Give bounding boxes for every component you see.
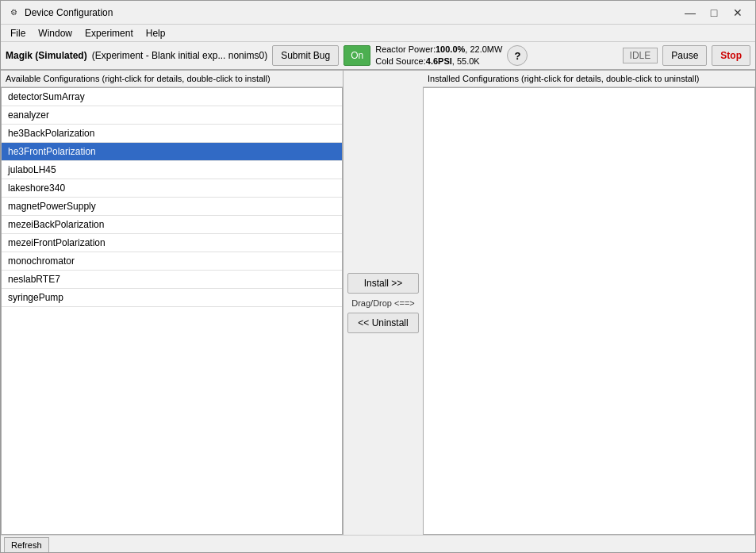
on-button[interactable]: On xyxy=(343,45,370,66)
menu-experiment[interactable]: Experiment xyxy=(79,26,140,40)
uninstall-button[interactable]: << Uninstall xyxy=(347,313,419,333)
list-item[interactable]: neslabRTE7 xyxy=(2,271,342,289)
list-item[interactable]: eanalyzer xyxy=(2,106,342,125)
menu-help[interactable]: Help xyxy=(140,26,172,40)
help-button[interactable]: ? xyxy=(507,45,528,66)
pause-button[interactable]: Pause xyxy=(662,45,707,66)
list-item[interactable]: lakeshore340 xyxy=(2,179,342,198)
app-icon: ⚙ xyxy=(7,6,20,19)
list-item[interactable]: mezeiBackPolarization xyxy=(2,216,342,234)
menu-window[interactable]: Window xyxy=(32,26,79,40)
drag-drop-label: Drag/Drop <==> xyxy=(351,298,415,308)
submit-bug-button[interactable]: Submit Bug xyxy=(272,45,339,66)
menu-file[interactable]: File xyxy=(4,26,32,40)
available-config-list[interactable]: detectorSumArray eanalyzer he3BackPolari… xyxy=(1,87,343,535)
installed-configs-header: Installed Configurations (right-click fo… xyxy=(423,71,755,87)
list-item[interactable]: mezeiFrontPolarization xyxy=(2,234,342,252)
maximize-button[interactable]: □ xyxy=(703,4,725,21)
installed-config-list[interactable] xyxy=(423,87,755,535)
content-area: Available Configurations (right-click fo… xyxy=(1,71,755,535)
reactor-info: Reactor Power:100.0%, 22.0MW Cold Source… xyxy=(375,44,502,68)
list-item[interactable]: he3BackPolarization xyxy=(2,125,342,143)
list-item[interactable]: julaboLH45 xyxy=(2,161,342,179)
status-bar: Refresh xyxy=(1,535,755,553)
right-panel: Installed Configurations (right-click fo… xyxy=(423,71,755,535)
title-bar: ⚙ Device Configuration — □ ✕ xyxy=(1,1,755,25)
list-item[interactable]: magnetPowerSupply xyxy=(2,198,342,216)
toolbar: Magik (Simulated) (Experiment - Blank in… xyxy=(1,42,755,71)
list-item[interactable]: monochromator xyxy=(2,252,342,271)
window-title: Device Configuration xyxy=(25,7,679,18)
window-controls: — □ ✕ xyxy=(679,4,749,21)
refresh-button[interactable]: Refresh xyxy=(4,537,49,553)
experiment-label: (Experiment - Blank initial exp... nonim… xyxy=(92,50,267,61)
list-item[interactable]: syringePump xyxy=(2,289,342,307)
middle-panel: Install >> Drag/Drop <==> << Uninstall xyxy=(343,71,423,535)
left-panel: Available Configurations (right-click fo… xyxy=(1,71,343,535)
close-button[interactable]: ✕ xyxy=(727,4,749,21)
status-idle: IDLE xyxy=(623,48,658,63)
app-name: Magik (Simulated) xyxy=(6,50,87,61)
stop-button[interactable]: Stop xyxy=(712,45,750,66)
menu-bar: File Window Experiment Help xyxy=(1,25,755,42)
minimize-button[interactable]: — xyxy=(679,4,701,21)
list-item[interactable]: detectorSumArray xyxy=(2,88,342,106)
list-item[interactable]: he3FrontPolarization xyxy=(2,143,342,161)
available-configs-header: Available Configurations (right-click fo… xyxy=(1,71,343,87)
install-button[interactable]: Install >> xyxy=(347,273,419,294)
